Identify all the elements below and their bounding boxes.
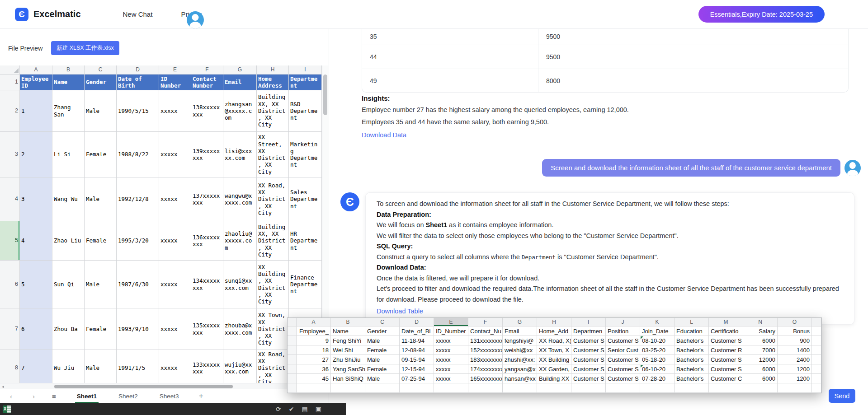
sheet-cell[interactable]: XX Building, XX District, XX City <box>257 261 289 308</box>
sheet-cell[interactable]: xxxxx <box>159 261 191 308</box>
sheet-cell[interactable]: 133xxxxxxxx <box>191 350 223 383</box>
row-number[interactable]: 4 <box>0 177 20 221</box>
sheet-cell[interactable]: Building XX, XX District, XX City <box>257 90 289 132</box>
sheet-cell[interactable]: 1991/1/5 <box>117 350 159 383</box>
row-number[interactable]: 3 <box>0 132 20 177</box>
sheet-cell[interactable]: Sun Qi <box>52 261 85 308</box>
horizontal-scroll-thumb[interactable] <box>54 385 233 388</box>
sheet-cell[interactable]: R&D Department <box>289 90 322 132</box>
sheet-cell[interactable]: zhaoliu@xxxxx.com <box>223 221 257 261</box>
send-button[interactable]: Send <box>829 389 855 403</box>
file-tab[interactable]: 新建 XLSX 工作表.xlsx <box>51 41 119 55</box>
sheet-cell[interactable]: Female <box>85 308 117 350</box>
sheet-cell[interactable]: XX Road, XX District, XX City <box>257 350 289 383</box>
user-avatar[interactable] <box>187 11 204 28</box>
sheet-cell[interactable]: zhouba@xxxxx.com <box>223 308 257 350</box>
sheet-cell[interactable]: 5 <box>20 261 52 308</box>
sheet-cell[interactable]: 2 <box>20 132 52 177</box>
sheet-header-cell[interactable]: Name <box>52 75 85 90</box>
column-letter[interactable]: C <box>85 65 117 75</box>
sheet-cell[interactable]: xxxxx <box>159 308 191 350</box>
sheet-cell[interactable]: Male <box>85 177 117 221</box>
sheet-cell[interactable]: 137xxxxxxxx <box>191 177 223 221</box>
sheet-cell[interactable]: Marketing Department <box>289 132 322 177</box>
sheet-cell[interactable]: 3 <box>20 177 52 221</box>
row-number[interactable]: 8 <box>0 350 20 383</box>
row-number[interactable]: 2 <box>0 90 20 132</box>
row-number[interactable]: 6 <box>0 261 20 308</box>
sheet-cell[interactable]: 1990/5/15 <box>117 90 159 132</box>
sheet-cell[interactable]: 6 <box>20 308 52 350</box>
verify-check-icon[interactable]: ✔ <box>289 406 294 413</box>
sheet-cell[interactable]: xxxxx <box>159 132 191 177</box>
sheet-cell[interactable]: sunqi@xxxxx.com <box>223 261 257 308</box>
sheet-cell[interactable]: Zhou Ba <box>52 308 85 350</box>
sheet-cell[interactable]: 1993/9/10 <box>117 308 159 350</box>
sheet-next-icon[interactable]: › <box>33 392 35 400</box>
sheet-cell[interactable]: 4 <box>20 221 52 261</box>
sheet-menu-icon[interactable]: ≡ <box>52 392 56 400</box>
excel-file-icon[interactable]: X <box>3 406 11 413</box>
add-sheet-button[interactable]: + <box>199 392 203 401</box>
sheet-header-cell[interactable]: Email <box>223 75 257 90</box>
nav-link-new-chat[interactable]: New Chat <box>123 10 153 18</box>
sheet-tab-sheet3[interactable]: Sheet3 <box>159 390 180 402</box>
sheet-cell[interactable]: Male <box>85 261 117 308</box>
sheet-cell[interactable]: Zhang San <box>52 90 85 132</box>
table-view-icon[interactable]: ▤ <box>302 406 308 413</box>
sheet-cell[interactable]: xxxxx <box>159 90 191 132</box>
sheet-cell[interactable]: Wu Jiu <box>52 350 85 383</box>
sheet-cell[interactable]: wujiu@xxxxx.com <box>223 350 257 383</box>
row-number[interactable]: 5 <box>0 221 20 261</box>
sheet-cell[interactable]: wangwu@xxxxx.com <box>223 177 257 221</box>
column-letter[interactable]: G <box>223 65 257 75</box>
sheet-header-cell[interactable]: Department <box>289 75 322 90</box>
sheet-cell[interactable]: Female <box>85 221 117 261</box>
sheet-cell[interactable]: HR Department <box>289 221 322 261</box>
sheet-cell[interactable]: 134xxxxxxxx <box>191 261 223 308</box>
sheet-header-cell[interactable]: Contact Number <box>191 75 223 90</box>
column-letter[interactable]: B <box>52 65 85 75</box>
refresh-icon[interactable]: ⟳ <box>276 406 281 413</box>
sheet-cell[interactable]: 1 <box>20 90 52 132</box>
sheet-cell[interactable]: XX Town, XX District, XX City <box>257 308 289 350</box>
sheet-header-cell[interactable]: ID Number <box>159 75 191 90</box>
download-table-link[interactable]: Download Table <box>377 306 423 317</box>
download-data-link[interactable]: Download Data <box>362 131 406 139</box>
sheet-cell[interactable]: XX Road, XX District, XX City <box>257 177 289 221</box>
sheet-cell[interactable]: 1987/6/30 <box>117 261 159 308</box>
sheet-cell[interactable]: Male <box>85 90 117 132</box>
column-letter[interactable]: I <box>289 65 322 75</box>
sheet-tab-sheet2[interactable]: Sheet2 <box>118 390 139 402</box>
sheet-cell[interactable]: 7 <box>20 350 52 383</box>
column-letter[interactable]: E <box>159 65 191 75</box>
sheet-cell[interactable]: Li Si <box>52 132 85 177</box>
sheet-cell[interactable]: 1995/3/20 <box>117 221 159 261</box>
sheet-cell[interactable]: zhangsan@xxxxx.com <box>223 90 257 132</box>
sheet-cell[interactable]: 1988/8/22 <box>117 132 159 177</box>
row-number[interactable]: 1 <box>0 75 20 90</box>
column-letter[interactable]: D <box>117 65 159 75</box>
sheet-cell[interactable]: Zhao Liu <box>52 221 85 261</box>
sheet-cell[interactable]: Finance Department <box>289 261 322 308</box>
sheet-cell[interactable]: lisi@xxxxx.com <box>223 132 257 177</box>
sheet-cell[interactable]: xxxxx <box>159 177 191 221</box>
sheet-cell[interactable]: xxxxx <box>159 221 191 261</box>
sheet-cell[interactable]: Sales Department <box>289 177 322 221</box>
sheet-cell[interactable]: Wang Wu <box>52 177 85 221</box>
sheet-tab-sheet1[interactable]: Sheet1 <box>76 390 98 402</box>
sheet-horizontal-scrollbar[interactable]: ◂ ▸ <box>0 383 322 389</box>
sheet-header-cell[interactable]: Gender <box>85 75 117 90</box>
plan-expiry-badge[interactable]: Essentials,Expiry Date: 2025-03-25 <box>698 6 825 23</box>
row-number[interactable]: 7 <box>0 308 20 350</box>
sheet-cell[interactable]: Building XX, XX District, XX City <box>257 221 289 261</box>
sheet-header-cell[interactable]: Employee ID <box>20 75 52 90</box>
scroll-left-icon[interactable]: ◂ <box>2 384 4 389</box>
column-letter[interactable]: F <box>191 65 223 75</box>
column-letter[interactable]: H <box>257 65 289 75</box>
sheet-cell[interactable]: Male <box>85 350 117 383</box>
sheet-cell[interactable]: 135xxxxxxxx <box>191 308 223 350</box>
sheet-prev-icon[interactable]: ‹ <box>10 392 12 400</box>
column-letter[interactable]: A <box>20 65 52 75</box>
select-all-button[interactable] <box>0 65 20 75</box>
